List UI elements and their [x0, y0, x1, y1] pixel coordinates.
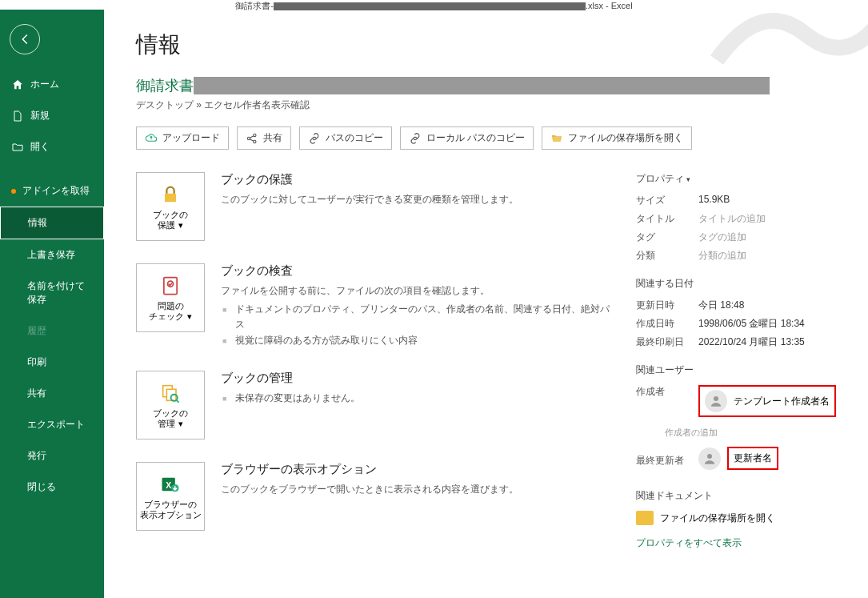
- protect-title: ブックの保護: [221, 172, 518, 187]
- lastmod-name: 更新者名: [727, 447, 778, 470]
- prop-tag-label: タグ: [636, 231, 698, 244]
- sidebar-item-save[interactable]: 上書き保存: [0, 239, 104, 271]
- button-label: ファイルの保存場所を開く: [568, 131, 683, 145]
- home-icon: [11, 78, 24, 91]
- folder-open-icon: [550, 132, 563, 145]
- sidebar-label: アドインを取得: [22, 184, 90, 198]
- svg-point-13: [707, 454, 712, 459]
- manage-workbook-button[interactable]: ブックの 管理 ▾: [136, 371, 205, 439]
- sidebar-item-new[interactable]: 新規: [0, 100, 104, 131]
- sidebar-item-home[interactable]: ホーム: [0, 69, 104, 100]
- document-title-mask: [194, 77, 770, 94]
- prop-size-label: サイズ: [636, 194, 698, 207]
- browser-title: ブラウザーの表示オプション: [221, 462, 518, 477]
- folder-icon: [636, 511, 654, 525]
- new-file-icon: [11, 110, 24, 122]
- button-label: ブラウザーの 表示オプション: [140, 500, 202, 520]
- properties-dropdown[interactable]: プロパティ: [636, 172, 852, 186]
- sidebar-label: 履歴: [27, 324, 46, 338]
- sidebar-item-info[interactable]: 情報: [0, 207, 104, 239]
- related-dates-header: 関連する日付: [636, 277, 852, 291]
- prop-category-value[interactable]: 分類の追加: [698, 249, 746, 263]
- button-label: アップロード: [162, 131, 220, 145]
- open-folder-icon: [11, 141, 24, 154]
- breadcrumb: デスクトップ » エクセル作者名表示確認: [136, 98, 852, 112]
- add-author-field[interactable]: 作成者の追加: [665, 427, 852, 439]
- check-document-icon: [158, 274, 182, 298]
- sidebar: ホーム 新規 開く アドインを取得 情報 上書き保存 名前を付けて保存 履歴 印…: [0, 10, 104, 598]
- button-label: 共有: [263, 131, 282, 145]
- sidebar-item-close[interactable]: 閉じる: [0, 472, 104, 503]
- prop-modified-value: 今日 18:48: [698, 299, 744, 312]
- back-arrow-icon: [18, 32, 32, 46]
- prop-size-value: 15.9KB: [698, 194, 730, 207]
- lastmod-row[interactable]: 更新者名: [698, 447, 778, 470]
- manage-icon: [158, 381, 182, 405]
- sidebar-label: 開く: [30, 140, 50, 154]
- sidebar-item-publish[interactable]: 発行: [0, 440, 104, 472]
- copy-path-button[interactable]: パスのコピー: [299, 126, 392, 150]
- sidebar-label: 新規: [30, 109, 50, 122]
- button-label: パスのコピー: [326, 131, 383, 145]
- addin-dot-icon: [11, 189, 16, 194]
- sidebar-label: 発行: [27, 449, 46, 463]
- prop-created-value: 1998/06/05 金曜日 18:34: [698, 317, 805, 331]
- prop-author-label: 作成者: [636, 385, 698, 399]
- inspect-workbook-button[interactable]: 問題の チェック ▾: [136, 263, 205, 332]
- sidebar-item-addin[interactable]: アドインを取得: [0, 175, 104, 207]
- prop-modified-label: 更新日時: [636, 299, 698, 312]
- avatar-icon: [698, 447, 721, 470]
- sidebar-label: 印刷: [27, 355, 46, 369]
- sidebar-label: 上書き保存: [27, 248, 75, 262]
- open-file-location[interactable]: ファイルの保存場所を開く: [636, 511, 852, 525]
- sidebar-item-print[interactable]: 印刷: [0, 347, 104, 378]
- protect-desc: このブックに対してユーザーが実行できる変更の種類を管理します。: [221, 192, 518, 207]
- document-title: 御請求書: [136, 76, 194, 95]
- show-all-properties[interactable]: プロパティをすべて表示: [636, 536, 852, 550]
- sidebar-item-share[interactable]: 共有: [0, 378, 104, 409]
- svg-rect-3: [165, 194, 176, 203]
- sidebar-item-saveas[interactable]: 名前を付けて保存: [0, 271, 104, 315]
- svg-text:X: X: [166, 480, 171, 489]
- browser-view-button[interactable]: X ブラウザーの 表示オプション: [136, 462, 205, 531]
- sidebar-item-export[interactable]: エクスポート: [0, 409, 104, 440]
- button-label: ローカル パスのコピー: [426, 131, 525, 145]
- prop-lastmod-label: 最終更新者: [636, 454, 698, 468]
- sidebar-label: ホーム: [30, 78, 59, 91]
- sidebar-label: 共有: [27, 387, 46, 400]
- sidebar-label: 閉じる: [27, 480, 56, 494]
- author-row[interactable]: テンプレート作成者名: [698, 385, 836, 417]
- button-label: ブックの 管理 ▾: [153, 408, 188, 429]
- sidebar-label: エクスポート: [27, 418, 85, 431]
- cloud-upload-icon: [145, 132, 158, 145]
- link-icon: [409, 132, 422, 145]
- author-name: テンプレート作成者名: [734, 395, 830, 408]
- lock-icon: [158, 183, 182, 207]
- back-button[interactable]: [10, 24, 40, 54]
- link-icon: [308, 132, 321, 145]
- sidebar-item-history: 履歴: [0, 315, 104, 347]
- prop-printed-value: 2022/10/24 月曜日 13:35: [698, 335, 805, 349]
- share-button[interactable]: 共有: [237, 126, 291, 150]
- manage-title: ブックの管理: [221, 371, 360, 386]
- svg-point-12: [714, 396, 718, 401]
- prop-created-label: 作成日時: [636, 317, 698, 331]
- prop-category-label: 分類: [636, 249, 698, 263]
- excel-browser-icon: X: [158, 472, 182, 496]
- manage-desc: 未保存の変更はありません。: [221, 391, 360, 406]
- copy-local-path-button[interactable]: ローカル パスのコピー: [400, 126, 534, 150]
- inspect-item: 視覚に障碍のある方が読み取りにくい内容: [221, 333, 612, 348]
- protect-workbook-button[interactable]: ブックの 保護 ▾: [136, 172, 205, 241]
- sidebar-item-open[interactable]: 開く: [0, 131, 104, 163]
- inspect-item: ドキュメントのプロパティ、プリンターのパス、作成者の名前、関連する日付、絶対パス: [221, 302, 612, 332]
- prop-title-value[interactable]: タイトルの追加: [698, 212, 766, 226]
- prop-printed-label: 最終印刷日: [636, 335, 698, 349]
- prop-tag-value[interactable]: タグの追加: [698, 231, 746, 244]
- title-bar: 御請求書-.xlsx - Excel: [0, 0, 868, 10]
- button-label: ブックの 保護 ▾: [153, 210, 188, 231]
- sidebar-label: 情報: [28, 216, 47, 230]
- related-users-header: 関連ユーザー: [636, 363, 852, 377]
- upload-button[interactable]: アップロード: [136, 126, 229, 150]
- share-icon: [246, 132, 258, 145]
- open-location-button[interactable]: ファイルの保存場所を開く: [542, 126, 692, 150]
